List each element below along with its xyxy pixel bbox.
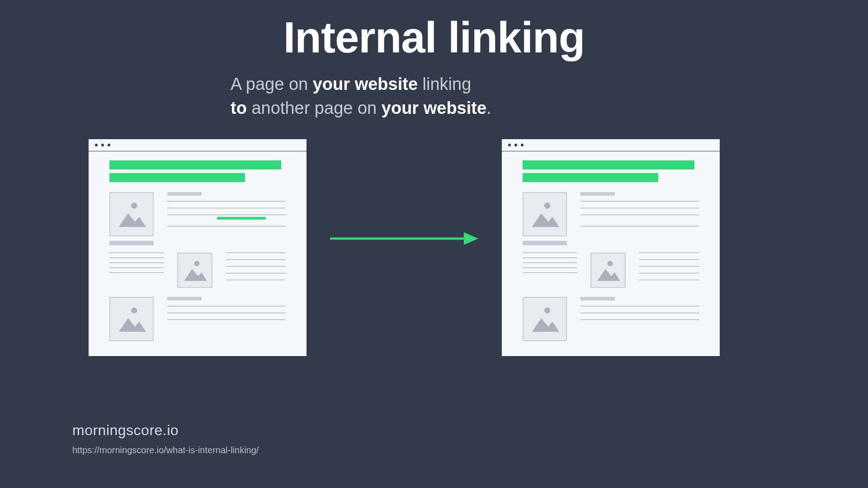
footer: morningscore.io https://morningscore.io/… [72, 422, 259, 455]
content-section [109, 297, 286, 341]
subtitle-bold: to [231, 99, 247, 117]
svg-marker-13 [532, 318, 559, 332]
text-line [580, 306, 699, 306]
image-placeholder-icon [590, 253, 626, 288]
text-line [580, 226, 699, 226]
text-line [639, 266, 699, 267]
text-label-placeholder [167, 297, 202, 300]
page-subtitle: A page on your website linking to anothe… [231, 72, 637, 120]
page-body [502, 154, 720, 341]
text-label-placeholder [580, 297, 615, 300]
diagram-container [0, 139, 868, 365]
page-title: Internal linking [0, 13, 868, 62]
text-line [580, 201, 699, 202]
text-lines [580, 297, 699, 341]
image-placeholder-icon [177, 253, 212, 288]
image-placeholder-icon [109, 192, 154, 236]
content-section [523, 253, 699, 288]
svg-marker-3 [184, 269, 207, 281]
text-lines [523, 253, 577, 288]
text-line [109, 253, 164, 253]
window-dot-icon [521, 144, 524, 146]
content-section [109, 253, 286, 288]
subtitle-part: another page on [247, 99, 382, 117]
text-line [167, 208, 286, 208]
text-line [226, 253, 286, 253]
text-line [523, 253, 577, 253]
link-arrow-icon [328, 230, 478, 248]
text-line [639, 253, 699, 253]
text-line [523, 272, 577, 273]
content-section [523, 192, 699, 236]
text-lines [167, 192, 286, 236]
text-lines [226, 253, 286, 288]
text-line [639, 273, 699, 273]
svg-point-10 [608, 261, 613, 267]
brand-name: morningscore.io [72, 422, 259, 439]
target-page-mockup [502, 139, 720, 356]
text-line [109, 272, 164, 273]
text-line [523, 267, 577, 268]
svg-marker-9 [532, 213, 559, 227]
heading-bar [109, 160, 281, 169]
image-placeholder-icon [523, 297, 567, 341]
text-line [167, 215, 286, 215]
browser-divider [89, 151, 307, 151]
text-label-placeholder [167, 192, 202, 196]
svg-point-0 [131, 203, 137, 209]
heading-bar [109, 173, 245, 182]
text-line [580, 208, 699, 208]
window-dot-icon [108, 144, 110, 146]
text-line [580, 215, 699, 215]
text-line [167, 226, 286, 226]
svg-marker-5 [119, 318, 146, 332]
svg-point-8 [544, 203, 550, 209]
window-dot-icon [508, 144, 511, 146]
subtitle-bold: your website [382, 99, 486, 117]
text-line [523, 258, 577, 258]
heading-bar [523, 160, 694, 169]
window-dot-icon [514, 144, 517, 146]
content-section [523, 297, 699, 341]
window-dot-icon [101, 144, 104, 146]
text-line [109, 263, 164, 263]
svg-marker-1 [119, 213, 146, 227]
subtitle-bold: your website [313, 75, 418, 94]
svg-point-12 [544, 308, 550, 314]
text-line [580, 313, 699, 313]
text-line [109, 267, 164, 268]
text-line [639, 259, 699, 260]
browser-chrome [89, 139, 307, 151]
text-line [226, 266, 286, 267]
subtitle-part: . [486, 99, 491, 117]
text-lines [167, 297, 286, 341]
text-line [167, 313, 286, 313]
text-lines [109, 253, 164, 288]
text-line [580, 319, 699, 320]
heading-bar [523, 173, 658, 182]
text-label-placeholder [580, 192, 615, 196]
svg-point-4 [131, 308, 137, 314]
subtitle-part: A page on [231, 75, 313, 94]
image-placeholder-icon [523, 192, 567, 236]
text-line [226, 273, 286, 273]
window-dot-icon [95, 144, 98, 146]
internal-link-highlight [217, 217, 266, 220]
text-lines [580, 192, 699, 236]
svg-marker-11 [597, 269, 620, 281]
text-line [167, 306, 286, 306]
content-section [109, 192, 286, 236]
text-label-placeholder [109, 241, 154, 245]
subtitle-part: linking [418, 75, 471, 94]
svg-point-2 [194, 261, 200, 267]
text-line [523, 263, 577, 263]
source-page-mockup [89, 139, 307, 356]
browser-chrome [502, 139, 720, 151]
text-lines [639, 253, 699, 288]
text-line [639, 280, 699, 280]
browser-divider [502, 151, 720, 151]
page-body [89, 154, 307, 341]
image-placeholder-icon [109, 297, 154, 341]
text-label-placeholder [523, 241, 567, 245]
svg-marker-7 [464, 232, 478, 245]
